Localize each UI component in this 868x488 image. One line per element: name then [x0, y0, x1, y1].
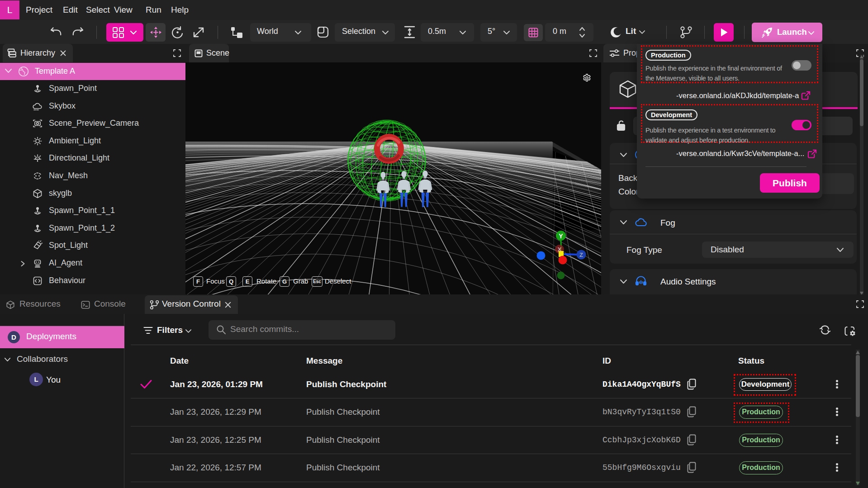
- svg-text:Z: Z: [579, 251, 583, 258]
- svg-text:Y: Y: [559, 232, 563, 240]
